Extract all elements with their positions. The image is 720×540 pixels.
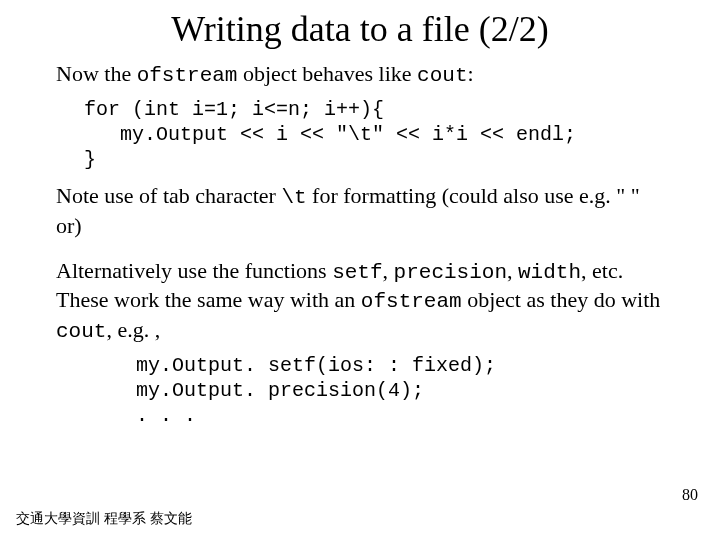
intro-pre: Now the	[56, 61, 137, 86]
code-block-setf: my.Output. setf(ios: : fixed); my.Output…	[136, 353, 664, 428]
tab-char-code: \t	[281, 186, 306, 209]
alt-3: ,	[507, 258, 518, 283]
alt-6: , e.g. ,	[106, 317, 160, 342]
ofstream-code: ofstream	[361, 290, 462, 313]
ofstream-keyword: ofstream	[137, 64, 238, 87]
slide-title: Writing data to a file (2/2)	[56, 8, 664, 50]
cout-code: cout	[56, 320, 106, 343]
setf-code: setf	[332, 261, 382, 284]
cout-keyword: cout	[417, 64, 467, 87]
intro-line: Now the ofstream object behaves like cou…	[56, 60, 664, 89]
intro-mid: object behaves like	[237, 61, 417, 86]
alt-5: object as they do with	[462, 287, 661, 312]
code-block-loop: for (int i=1; i<=n; i++){ my.Output << i…	[84, 97, 664, 172]
page-number: 80	[682, 486, 698, 504]
alt-line: Alternatively use the functions setf, pr…	[56, 257, 664, 345]
note-line: Note use of tab character \t for formatt…	[56, 182, 664, 239]
alt-2: ,	[383, 258, 394, 283]
slide: Writing data to a file (2/2) Now the ofs…	[0, 0, 720, 540]
precision-code: precision	[394, 261, 507, 284]
alt-1: Alternatively use the functions	[56, 258, 332, 283]
intro-post: :	[468, 61, 474, 86]
note-pre: Note use of tab character	[56, 183, 281, 208]
footer-text: 交通大學資訓 程學系 蔡文能	[16, 510, 192, 528]
width-code: width	[518, 261, 581, 284]
